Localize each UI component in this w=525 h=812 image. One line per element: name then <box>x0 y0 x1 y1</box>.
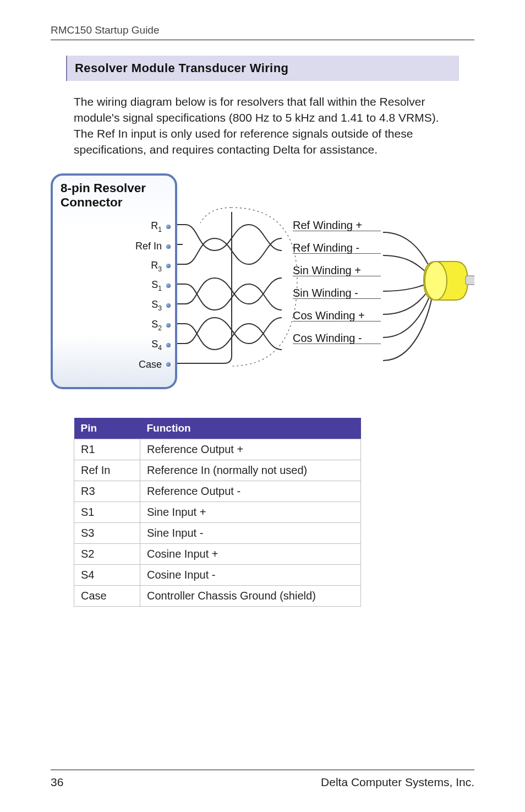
pin-dot-icon <box>166 343 171 347</box>
connector-pin-label: R3 <box>151 260 162 273</box>
th-function: Function <box>140 418 361 439</box>
cell-pin: Ref In <box>74 460 140 481</box>
footer-company: Delta Computer Systems, Inc. <box>321 776 474 789</box>
cell-function: Sine Input + <box>140 502 361 522</box>
connector-pin-label: S3 <box>151 299 162 312</box>
resolver-icon <box>424 261 474 300</box>
wire-label: Sin Winding + <box>293 264 381 276</box>
wire-label: Sin Winding - <box>293 287 381 299</box>
cell-pin: Case <box>74 585 140 606</box>
page-footer: 36 Delta Computer Systems, Inc. <box>51 770 474 789</box>
table-row: R3Reference Output - <box>74 481 361 502</box>
wire-label-list: Ref Winding +Ref Winding -Sin Winding +S… <box>293 219 381 344</box>
cell-pin: S2 <box>74 543 140 564</box>
connector-pin-S3: S3 <box>151 299 171 312</box>
connector-pin-label: S4 <box>151 339 162 352</box>
pin-dot-icon <box>166 303 171 308</box>
connector-pin-RefIn: Ref In <box>135 241 171 253</box>
cell-pin: S1 <box>74 502 140 522</box>
connector-pin-R3: R3 <box>151 260 171 272</box>
cell-function: Controller Chassis Ground (shield) <box>140 585 361 606</box>
pin-function-table: Pin Function R1Reference Output +Ref InR… <box>74 418 361 607</box>
wiring-diagram: 8-pin Resolver Connector R1Ref InR3S1S3S… <box>51 173 474 389</box>
wire-label: Ref Winding + <box>293 219 381 231</box>
cell-function: Cosine Input - <box>140 564 361 585</box>
cell-pin: S3 <box>74 522 140 543</box>
section-heading-block: Resolver Module Transducer Wiring <box>66 56 459 81</box>
connector-pin-list: R1Ref InR3S1S3S2S4Case <box>135 221 171 371</box>
pin-dot-icon <box>166 362 171 367</box>
connector-pin-S1: S1 <box>151 280 171 292</box>
cell-function: Sine Input - <box>140 522 361 543</box>
connector-pin-S2: S2 <box>151 319 171 331</box>
connector-box: 8-pin Resolver Connector R1Ref InR3S1S3S… <box>51 173 177 389</box>
svg-rect-1 <box>466 276 474 285</box>
connector-pin-label: S2 <box>151 319 162 332</box>
connector-pin-label: S1 <box>151 279 162 292</box>
pin-dot-icon <box>166 323 171 328</box>
header-rule <box>51 40 474 40</box>
connector-title: 8-pin Resolver Connector <box>53 176 175 210</box>
connector-pin-R1: R1 <box>151 221 171 233</box>
section-heading: Resolver Module Transducer Wiring <box>75 61 451 75</box>
table-row: S1Sine Input + <box>74 502 361 522</box>
wire-label: Ref Winding - <box>293 242 381 254</box>
cell-function: Reference Output - <box>140 481 361 502</box>
svg-point-0 <box>425 261 447 300</box>
table-row: S2Cosine Input + <box>74 543 361 564</box>
table-header-row: Pin Function <box>74 418 361 439</box>
pin-dot-icon <box>166 264 171 268</box>
cell-pin: R1 <box>74 439 140 460</box>
table-row: R1Reference Output + <box>74 439 361 460</box>
pin-dot-icon <box>166 284 171 288</box>
cell-function: Reference In (normally not used) <box>140 460 361 481</box>
pin-dot-icon <box>166 244 171 249</box>
wire-label: Cos Winding - <box>293 332 381 344</box>
table-row: S3Sine Input - <box>74 522 361 543</box>
table-row: CaseController Chassis Ground (shield) <box>74 585 361 606</box>
footer-rule <box>51 770 474 770</box>
connector-title-line2: Connector <box>61 195 123 209</box>
connector-pin-S4: S4 <box>151 339 171 351</box>
connector-pin-label: Case <box>139 359 162 370</box>
cell-function: Reference Output + <box>140 439 361 460</box>
pin-dot-icon <box>166 225 171 229</box>
cell-pin: S4 <box>74 564 140 585</box>
table-row: Ref InReference In (normally not used) <box>74 460 361 481</box>
th-pin: Pin <box>74 418 140 439</box>
connector-pin-label: R1 <box>151 220 162 233</box>
running-head: RMC150 Startup Guide <box>51 24 474 40</box>
connector-pin-label: Ref In <box>135 241 162 252</box>
cell-pin: R3 <box>74 481 140 502</box>
cell-function: Cosine Input + <box>140 543 361 564</box>
connector-pin-Case: Case <box>139 358 171 370</box>
connector-title-line1: 8-pin Resolver <box>61 181 146 195</box>
body-paragraph: The wiring diagram below is for resolver… <box>74 94 459 158</box>
table-row: S4Cosine Input - <box>74 564 361 585</box>
page-number: 36 <box>51 776 63 789</box>
wire-label: Cos Winding + <box>293 309 381 321</box>
